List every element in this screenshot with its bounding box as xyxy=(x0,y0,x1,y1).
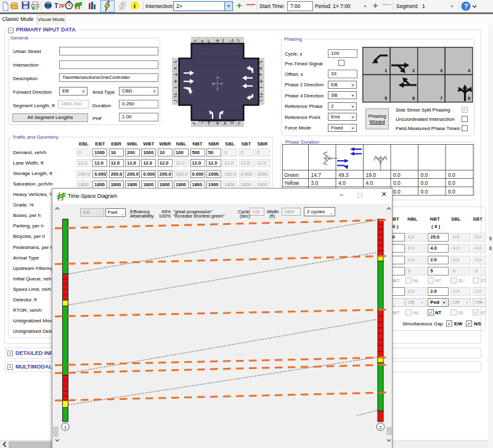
svg-text:2: 2 xyxy=(412,68,415,73)
svg-text:0.0: 0.0 xyxy=(393,189,401,195)
svg-text:0.0: 0.0 xyxy=(421,189,428,195)
svg-text:14.7: 14.7 xyxy=(311,172,322,178)
svg-text:0.0: 0.0 xyxy=(421,172,428,178)
svg-text:1: 1 xyxy=(64,425,67,430)
svg-text:2: 2 xyxy=(379,425,382,430)
svg-text:3.0: 3.0 xyxy=(311,180,319,186)
svg-text:0.0: 0.0 xyxy=(421,180,428,186)
svg-text:0.0: 0.0 xyxy=(448,180,455,186)
svg-text:0.0: 0.0 xyxy=(448,189,455,195)
svg-text:Green: Green xyxy=(284,172,299,178)
svg-text:?: ? xyxy=(464,2,468,10)
svg-text:0.0: 0.0 xyxy=(393,180,401,186)
svg-text:Yellow: Yellow xyxy=(284,180,299,186)
svg-text:5: 5 xyxy=(385,96,387,101)
svg-text:8: 8 xyxy=(468,96,470,101)
svg-text:4.0: 4.0 xyxy=(338,180,346,186)
svg-text:i: i xyxy=(134,2,136,9)
svg-text:7: 7 xyxy=(440,96,442,101)
svg-text:6: 6 xyxy=(412,96,415,101)
svg-text:0.0: 0.0 xyxy=(448,172,455,178)
svg-text:0.0: 0.0 xyxy=(393,172,401,178)
svg-text:3: 3 xyxy=(440,68,442,73)
svg-text:W: W xyxy=(212,82,215,86)
svg-text:T: T xyxy=(54,2,59,9)
svg-text:4.0: 4.0 xyxy=(366,180,373,186)
svg-text:49.3: 49.3 xyxy=(338,172,349,178)
svg-text:19.0: 19.0 xyxy=(366,172,377,178)
svg-text:1: 1 xyxy=(385,68,387,73)
svg-text:7F: 7F xyxy=(59,3,65,9)
svg-text:N: N xyxy=(216,76,219,79)
